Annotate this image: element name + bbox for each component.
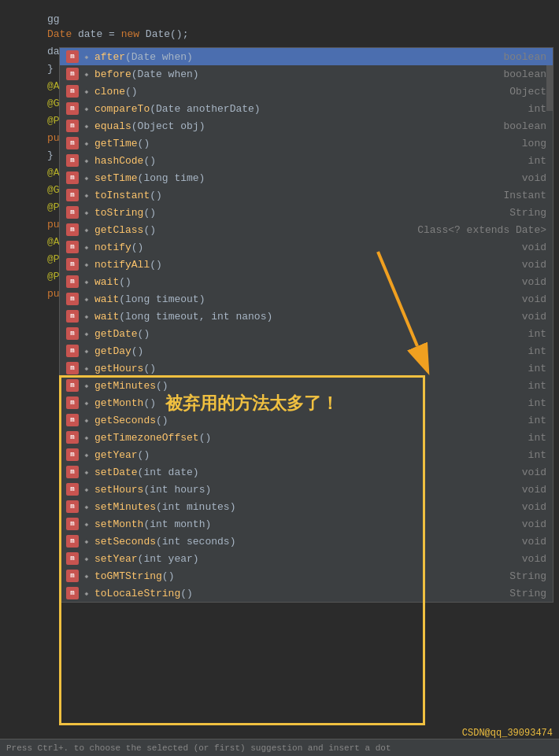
- ac-item[interactable]: m◈wait(long timeout)void: [60, 290, 553, 308]
- ac-method-icon: m: [66, 137, 79, 149]
- ac-item[interactable]: m◈setMonth(int month)void: [60, 515, 553, 533]
- ac-item[interactable]: m◈before(Date when)boolean: [60, 65, 553, 83]
- ac-item[interactable]: m◈notifyAll()void: [60, 256, 553, 273]
- ac-item[interactable]: m◈getClass()Class<? extends Date>: [60, 221, 553, 238]
- ac-item[interactable]: m◈equals(Object obj)boolean: [60, 117, 553, 135]
- ac-return-type: void: [506, 501, 546, 513]
- ac-method-text: getDay(): [94, 345, 513, 357]
- ac-item[interactable]: m◈toInstant()Instant: [60, 186, 553, 204]
- status-bar-text: Press Ctrl+. to choose the selected (or …: [6, 743, 391, 753]
- ac-item[interactable]: m◈getDate()int: [60, 325, 553, 342]
- ac-item[interactable]: m◈getYear()int: [60, 446, 553, 463]
- ac-item[interactable]: m◈getTimezoneOffset()int: [60, 429, 553, 446]
- ac-sub-icon: ◈: [82, 52, 91, 61]
- ac-sub-icon: ◈: [82, 502, 91, 511]
- ac-return-type: int: [513, 432, 546, 444]
- ac-sub-icon: ◈: [82, 467, 91, 477]
- ac-item[interactable]: m◈setDate(int date)void: [60, 463, 553, 481]
- ac-return-type: void: [506, 293, 546, 305]
- ac-return-type: void: [506, 553, 546, 565]
- ac-method-text: before(Date when): [94, 68, 487, 80]
- ac-method-text: compareTo(Date anotherDate): [94, 103, 513, 115]
- ac-return-type: int: [513, 363, 546, 374]
- ac-return-type: Instant: [487, 190, 546, 201]
- ac-item[interactable]: m◈setSeconds(int seconds)void: [60, 533, 553, 550]
- ac-return-type: void: [506, 276, 546, 288]
- ac-item[interactable]: m◈setYear(int year)void: [60, 550, 553, 567]
- ac-item[interactable]: m◈getMonth()int: [60, 394, 553, 411]
- ac-sub-icon: ◈: [82, 190, 91, 200]
- ac-method-text: after(Date when): [94, 51, 487, 63]
- status-bar: Press Ctrl+. to choose the selected (or …: [0, 739, 559, 756]
- ac-method-icon: m: [66, 414, 79, 426]
- ac-sub-icon: ◈: [82, 225, 91, 234]
- ac-sub-icon: ◈: [82, 588, 91, 598]
- ac-method-text: setTime(long time): [94, 172, 506, 184]
- ac-method-icon: m: [66, 483, 79, 496]
- ac-return-type: void: [506, 242, 546, 253]
- ac-method-icon: m: [66, 85, 79, 98]
- ac-method-icon: m: [66, 258, 79, 271]
- ac-return-type: String: [494, 207, 546, 219]
- ac-method-icon: m: [66, 50, 79, 63]
- ac-method-text: toLocaleString(): [94, 588, 494, 599]
- ac-sub-icon: ◈: [82, 242, 91, 252]
- ac-return-type: void: [506, 467, 546, 478]
- ac-method-text: setHours(int hours): [94, 484, 506, 496]
- ac-item[interactable]: m◈after(Date when)boolean: [60, 48, 553, 65]
- ac-method-icon: m: [66, 379, 79, 392]
- ac-item[interactable]: m◈clone()Object: [60, 83, 553, 100]
- ac-method-text: setMinutes(int minutes): [94, 501, 506, 513]
- ac-sub-icon: ◈: [82, 294, 91, 304]
- ac-return-type: Class<? extends Date>: [402, 224, 546, 236]
- ac-return-type: boolean: [487, 120, 546, 132]
- ac-sub-icon: ◈: [82, 329, 91, 338]
- ac-item[interactable]: m◈toGMTString()String: [60, 567, 553, 585]
- ac-method-text: setMonth(int month): [94, 518, 506, 530]
- ac-method-icon: m: [66, 275, 79, 288]
- ac-method-icon: m: [66, 102, 79, 115]
- ac-item[interactable]: m◈toString()String: [60, 204, 553, 221]
- ac-item[interactable]: m◈getMinutes()int: [60, 377, 553, 394]
- ac-item[interactable]: m◈getSeconds()int: [60, 411, 553, 429]
- ac-item[interactable]: m◈setMinutes(int minutes)void: [60, 498, 553, 515]
- ac-method-text: getClass(): [94, 224, 402, 236]
- ac-item[interactable]: m◈compareTo(Date anotherDate)int: [60, 100, 553, 117]
- ac-item[interactable]: m◈getDay()int: [60, 342, 553, 360]
- ac-method-icon: m: [66, 552, 79, 565]
- ac-sub-icon: ◈: [82, 277, 91, 286]
- ac-method-text: wait(long timeout): [94, 293, 506, 305]
- ac-return-type: void: [506, 484, 546, 496]
- ac-return-type: void: [506, 259, 546, 271]
- ac-item[interactable]: m◈notify()void: [60, 238, 553, 256]
- ac-return-type: long: [506, 138, 546, 149]
- ac-sub-icon: ◈: [82, 260, 91, 269]
- ac-item[interactable]: m◈hashCode()int: [60, 152, 553, 169]
- ac-method-text: toString(): [94, 207, 494, 219]
- ac-sub-icon: ◈: [82, 450, 91, 459]
- ac-item[interactable]: m◈setHours(int hours)void: [60, 481, 553, 498]
- ac-return-type: int: [513, 397, 546, 409]
- ac-method-text: toInstant(): [94, 190, 487, 201]
- ac-method-icon: m: [66, 120, 79, 132]
- ac-method-icon: m: [66, 535, 79, 548]
- ac-method-icon: m: [66, 518, 79, 530]
- ac-return-type: int: [513, 155, 546, 167]
- ac-method-icon: m: [66, 431, 79, 444]
- ac-item[interactable]: m◈setTime(long time)void: [60, 169, 553, 186]
- ac-item[interactable]: m◈getTime()long: [60, 135, 553, 152]
- ac-sub-icon: ◈: [82, 519, 91, 529]
- ac-method-text: setDate(int date): [94, 467, 506, 478]
- ac-item[interactable]: m◈toLocaleString()String: [60, 585, 553, 602]
- ac-return-type: Object: [494, 86, 546, 98]
- ac-item[interactable]: m◈getHours()int: [60, 360, 553, 377]
- ac-method-text: getTime(): [94, 138, 506, 149]
- ac-method-icon: m: [66, 327, 79, 340]
- autocomplete-list: m◈after(Date when)booleanm◈before(Date w…: [60, 48, 553, 602]
- ac-return-type: void: [506, 311, 546, 323]
- ac-item[interactable]: m◈wait(long timeout, int nanos)void: [60, 308, 553, 325]
- ac-return-type: int: [513, 103, 546, 115]
- ac-sub-icon: ◈: [82, 121, 91, 131]
- autocomplete-dropdown[interactable]: m◈after(Date when)booleanm◈before(Date w…: [59, 47, 553, 603]
- ac-item[interactable]: m◈wait()void: [60, 273, 553, 290]
